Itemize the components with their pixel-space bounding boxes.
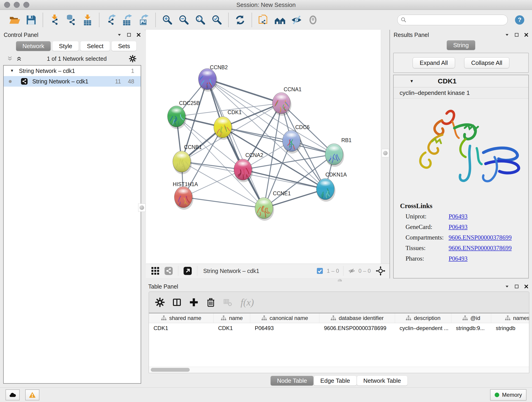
network-edge[interactable]: [207, 79, 264, 208]
gene-detail-card: ▼ CDK1 cyclin–dependent kinase 1: [393, 75, 529, 279]
fit-content-icon[interactable]: [183, 266, 192, 276]
open-session-icon[interactable]: [8, 13, 21, 26]
network-status-dot: [9, 80, 12, 83]
column-header-shared-name[interactable]: shared name: [149, 313, 214, 323]
gear-icon[interactable]: [155, 297, 165, 307]
zoom-out-icon[interactable]: [177, 13, 190, 26]
float-icon[interactable]: [514, 32, 519, 37]
caret-down-icon[interactable]: [505, 32, 510, 37]
caret-down-icon[interactable]: [505, 284, 510, 289]
search-box[interactable]: [397, 15, 508, 25]
horizontal-scrollbar[interactable]: [149, 367, 529, 373]
zoom-in-icon[interactable]: [161, 13, 174, 26]
network-options-gear-icon[interactable]: [129, 55, 137, 63]
close-icon[interactable]: [136, 32, 141, 37]
delete-icon[interactable]: [206, 297, 216, 307]
crosslink-link[interactable]: 9606.ENSP00000378699: [449, 245, 512, 252]
tab-node-table[interactable]: Node Table: [271, 376, 313, 385]
tab-sets[interactable]: Sets: [112, 41, 136, 51]
network-node-HIST1H1A[interactable]: [174, 186, 193, 210]
crosslink-row: Compartments:9606.ENSP00000378699: [400, 232, 528, 243]
import-table-icon[interactable]: [81, 13, 94, 26]
import-network-file-icon[interactable]: [48, 13, 61, 26]
gene-header-row[interactable]: ▼ CDK1: [394, 75, 528, 87]
network-node-RB1[interactable]: [325, 144, 344, 167]
tab-style[interactable]: Style: [52, 41, 79, 51]
network-node-CDK1[interactable]: [214, 117, 233, 140]
crosslink-link[interactable]: P06493: [449, 223, 468, 230]
tab-string[interactable]: String: [447, 40, 475, 50]
network-collection-row[interactable]: ▼ String Network – cdk1 1: [4, 65, 141, 76]
warnings-button[interactable]: [25, 389, 39, 400]
export-image-icon[interactable]: [138, 13, 150, 26]
network-row-selected[interactable]: String Network – cdk1 11 48: [4, 76, 141, 87]
horizontal-scrollbar-thumb[interactable]: [151, 368, 190, 372]
network-node-CCNA1[interactable]: [272, 93, 291, 116]
export-table-icon[interactable]: [121, 13, 134, 26]
toggle-visibility-icon[interactable]: [307, 13, 319, 26]
memory-button[interactable]: Memory: [490, 389, 526, 401]
column-header-description[interactable]: description: [395, 313, 451, 323]
network-node-CDKN1A[interactable]: [317, 179, 336, 202]
birds-eye-grid-icon[interactable]: [151, 266, 160, 276]
network-edge[interactable]: [183, 197, 264, 208]
zoom-fit-icon[interactable]: [194, 13, 207, 26]
columns-icon[interactable]: [172, 297, 182, 307]
collapse-all-button[interactable]: Collapse All: [464, 57, 510, 68]
network-node-CDC6[interactable]: [283, 130, 302, 153]
tree-icon: [261, 315, 267, 321]
column-header-@id[interactable]: @id: [451, 313, 491, 323]
crosslink-link[interactable]: P06493: [449, 255, 468, 262]
open-in-string-icon[interactable]: [257, 13, 270, 26]
network-node-CCNA2[interactable]: [234, 159, 253, 182]
tab-network-table[interactable]: Network Table: [357, 376, 407, 385]
column-header-name[interactable]: name: [214, 313, 250, 323]
hide-panel-icon[interactable]: [290, 13, 303, 26]
show-networks-overview-icon[interactable]: [273, 13, 286, 26]
float-icon[interactable]: [514, 284, 519, 289]
chevron-double-down-icon[interactable]: [6, 55, 13, 62]
column-header-namespace[interactable]: namespace: [491, 313, 529, 323]
caret-down-icon[interactable]: ▼: [410, 79, 414, 84]
tab-edge-table[interactable]: Edge Table: [314, 376, 356, 385]
column-header-canonical-name[interactable]: canonical name: [250, 313, 319, 323]
network-edge[interactable]: [243, 170, 325, 189]
crosshair-icon[interactable]: [376, 266, 385, 276]
left-splitter-handle[interactable]: [138, 204, 146, 212]
save-session-icon[interactable]: [25, 13, 38, 26]
tab-select[interactable]: Select: [80, 41, 110, 51]
caret-down-icon[interactable]: ▼: [10, 69, 14, 73]
function-builder-button[interactable]: f(x): [241, 297, 254, 308]
close-icon[interactable]: [524, 32, 529, 37]
network-canvas[interactable]: CCNB2CCNA1CDC25BCDK1CDC6RB1CCNB1CCNA2CDK…: [146, 30, 389, 264]
cloud-button[interactable]: [6, 389, 20, 400]
add-row-icon[interactable]: [189, 297, 199, 307]
expand-all-button[interactable]: Expand All: [413, 57, 455, 68]
caret-down-icon[interactable]: [117, 32, 122, 37]
chevron-double-up-icon[interactable]: [16, 55, 22, 62]
network-edge[interactable]: [207, 79, 334, 154]
crosslink-link[interactable]: P06493: [449, 213, 468, 220]
network-node-CCNB2[interactable]: [198, 69, 217, 92]
network-edge[interactable]: [207, 79, 281, 103]
zoom-selected-icon[interactable]: [210, 13, 223, 26]
search-input[interactable]: [407, 16, 504, 24]
import-network-database-icon[interactable]: [65, 13, 77, 26]
tab-network[interactable]: Network: [16, 41, 51, 51]
float-icon[interactable]: [127, 32, 132, 37]
delete-table-icon[interactable]: [223, 297, 233, 307]
node-table-container: f(x) shared namenamecanonical namedataba…: [149, 292, 529, 373]
network-overview-icon[interactable]: [164, 266, 173, 276]
table-row[interactable]: CDK1CDK1P064939606.ENSP00000378699cyclin…: [149, 323, 529, 333]
help-button[interactable]: ?: [513, 13, 526, 26]
network-node-CCNE1[interactable]: [255, 198, 274, 221]
selected-checkbox-icon[interactable]: [316, 267, 323, 274]
crosslink-link[interactable]: 9606.ENSP00000378699: [449, 234, 512, 241]
export-network-icon[interactable]: [104, 13, 117, 26]
network-node-CDC25B[interactable]: [167, 106, 186, 129]
network-list: ▼ String Network – cdk1 1 String Network…: [3, 65, 141, 384]
column-header-database-identifier[interactable]: database identifier: [319, 313, 395, 323]
right-splitter-handle[interactable]: [382, 149, 389, 157]
close-icon[interactable]: [524, 284, 529, 289]
refresh-icon[interactable]: [234, 13, 247, 26]
